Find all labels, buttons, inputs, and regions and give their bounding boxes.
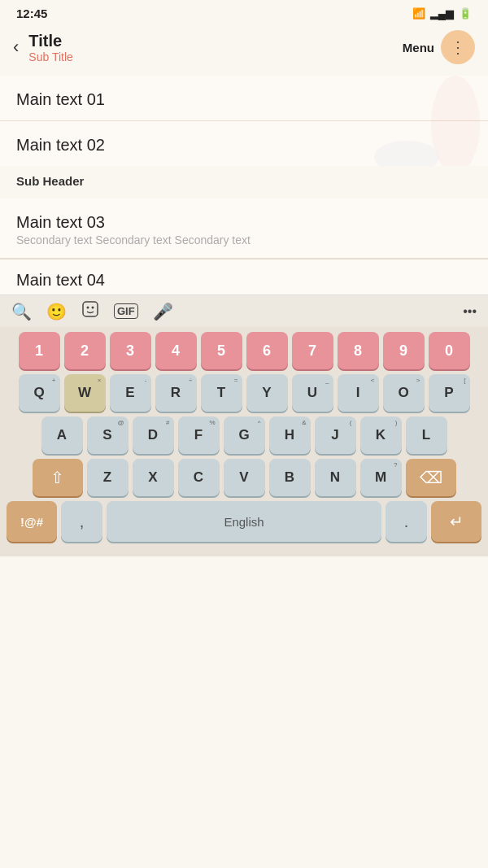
key-5[interactable]: 5 <box>201 332 242 369</box>
comma-key[interactable]: , <box>61 501 102 542</box>
main-text-4: Main text 04 <box>16 271 472 290</box>
enter-key[interactable]: ↵ <box>431 501 481 542</box>
keyboard-bottom-row: !@# , English . ↵ <box>7 501 481 542</box>
key-y[interactable]: Y <box>246 374 288 412</box>
more-icon: ⋮ <box>450 37 467 57</box>
key-q[interactable]: +Q <box>19 374 60 412</box>
keyboard-row-3: ⇧ Z X C V B N ?M ⌫ <box>7 459 481 496</box>
key-s[interactable]: @S <box>87 417 129 454</box>
key-b[interactable]: B <box>269 459 311 496</box>
backspace-key[interactable]: ⌫ <box>406 459 456 496</box>
more-options-icon[interactable]: ••• <box>463 304 477 319</box>
key-r[interactable]: ÷R <box>155 374 197 412</box>
back-button[interactable]: ‹ <box>13 37 19 58</box>
key-2[interactable]: 2 <box>64 332 106 369</box>
main-text-3: Main text 03 <box>16 213 472 232</box>
content-area-2: Main text 03 Secondary text Secondary te… <box>0 198 488 294</box>
main-text-2: Main text 02 <box>16 136 472 155</box>
shift-key[interactable]: ⇧ <box>33 459 83 496</box>
title-group: Title Sub Title <box>28 32 403 63</box>
key-m[interactable]: ?M <box>360 459 402 496</box>
key-8[interactable]: 8 <box>338 332 379 369</box>
keyboard-toolbar: 🔍 🙂 GIF 🎤 ••• <box>0 294 488 327</box>
keyboard-row-1: +Q ×W -E ÷R =T Y _U <I >O [P <box>7 374 481 412</box>
space-key[interactable]: English <box>107 501 381 542</box>
menu-button[interactable]: ⋮ <box>441 30 475 64</box>
key-z[interactable]: Z <box>87 459 129 496</box>
sub-header-section: Sub Header <box>0 166 488 194</box>
key-h[interactable]: &H <box>269 417 311 454</box>
key-i[interactable]: <I <box>338 374 379 412</box>
search-icon[interactable]: 🔍 <box>11 302 32 321</box>
key-n[interactable]: N <box>315 459 356 496</box>
secondary-text-3: Secondary text Secondary text Secondary … <box>16 233 472 246</box>
key-0[interactable]: 0 <box>429 332 470 369</box>
key-7[interactable]: 7 <box>292 332 333 369</box>
content-area: Main text 01 Main text 02 <box>0 76 488 166</box>
app-title: Title <box>28 32 403 50</box>
keyboard: 1 2 3 4 5 6 7 8 9 0 +Q ×W -E ÷R =T Y _U … <box>0 327 488 556</box>
key-j[interactable]: (J <box>315 417 356 454</box>
signal-icon: ▂▄▆ <box>430 7 454 20</box>
key-x[interactable]: X <box>133 459 174 496</box>
sticker-icon[interactable] <box>81 300 99 322</box>
key-1[interactable]: 1 <box>19 332 60 369</box>
list-item-2[interactable]: Main text 02 <box>0 121 488 166</box>
battery-icon: 🔋 <box>459 7 472 20</box>
key-3[interactable]: 3 <box>110 332 151 369</box>
mic-icon[interactable]: 🎤 <box>153 302 173 321</box>
key-p[interactable]: [P <box>429 374 470 412</box>
key-l[interactable]: L <box>406 417 447 454</box>
key-a[interactable]: A <box>41 417 83 454</box>
menu-label: Menu <box>403 41 434 55</box>
status-time: 12:45 <box>16 7 47 20</box>
key-c[interactable]: C <box>178 459 220 496</box>
list-item-4-partial[interactable]: Main text 04 <box>0 259 488 294</box>
svg-point-7 <box>92 307 94 309</box>
key-6[interactable]: 6 <box>246 332 288 369</box>
keyboard-number-row: 1 2 3 4 5 6 7 8 9 0 <box>7 332 481 369</box>
key-4[interactable]: 4 <box>155 332 197 369</box>
sub-header-label: Sub Header <box>16 174 84 188</box>
gif-icon[interactable]: GIF <box>114 303 138 319</box>
key-g[interactable]: ^G <box>224 417 265 454</box>
wifi-icon: 📶 <box>412 7 425 20</box>
key-v[interactable]: V <box>224 459 265 496</box>
main-text-1: Main text 01 <box>16 90 472 109</box>
key-t[interactable]: =T <box>201 374 242 412</box>
list-item-3[interactable]: Main text 03 Secondary text Secondary te… <box>0 198 488 259</box>
key-o[interactable]: >O <box>383 374 425 412</box>
key-k[interactable]: )K <box>360 417 402 454</box>
key-w[interactable]: ×W <box>64 374 106 412</box>
key-9[interactable]: 9 <box>383 332 425 369</box>
list-item-1[interactable]: Main text 01 <box>0 76 488 121</box>
status-icons: 📶 ▂▄▆ 🔋 <box>412 7 472 20</box>
emoji-icon[interactable]: 🙂 <box>46 302 67 321</box>
period-key[interactable]: . <box>386 501 427 542</box>
keyboard-row-2: A @S #D %F ^G &H (J )K L <box>7 417 481 454</box>
svg-point-6 <box>87 307 89 309</box>
symbols-key[interactable]: !@# <box>7 501 57 542</box>
key-f[interactable]: %F <box>178 417 220 454</box>
svg-rect-5 <box>83 302 98 316</box>
key-d[interactable]: #D <box>133 417 174 454</box>
key-e[interactable]: -E <box>110 374 151 412</box>
app-bar: ‹ Title Sub Title Menu ⋮ <box>0 24 488 71</box>
app-subtitle: Sub Title <box>28 50 403 63</box>
key-u[interactable]: _U <box>292 374 333 412</box>
status-bar: 12:45 📶 ▂▄▆ 🔋 <box>0 0 488 24</box>
